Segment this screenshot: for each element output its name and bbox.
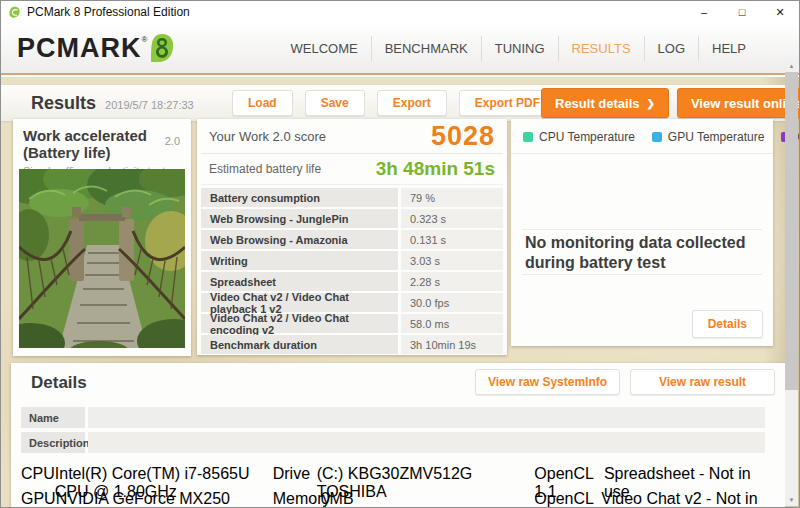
view-raw-systeminfo-button[interactable]: View raw SystemInfo xyxy=(475,369,620,395)
main-nav: WELCOME BENCHMARK TUNING RESULTS LOG HEL… xyxy=(277,36,759,61)
window-title: PCMark 8 Professional Edition xyxy=(27,5,190,19)
nav-tuning[interactable]: TUNING xyxy=(481,36,558,61)
nav-welcome[interactable]: WELCOME xyxy=(277,36,370,61)
export-button[interactable]: Export xyxy=(377,90,447,116)
name-value[interactable] xyxy=(88,407,765,428)
results-title: Results xyxy=(31,93,96,114)
registered-mark: ® xyxy=(142,35,148,44)
name-label: Name xyxy=(21,407,85,428)
test-title-line2: (Battery life) xyxy=(21,144,183,161)
chevron-right-icon: ❯ xyxy=(647,98,655,109)
bridge-photo xyxy=(19,169,185,348)
app-icon xyxy=(8,6,21,19)
legend-gpu-temperature: GPU Temperature xyxy=(652,130,765,144)
table-row: Web Browsing - Amazonia0.131 s xyxy=(201,230,503,249)
spec-row-drive: Drive(C:) KBG30ZMV512G TOSHIBA xyxy=(273,465,528,486)
view-result-online-button[interactable]: View result online ❯ xyxy=(677,88,800,118)
name-field-row: Name xyxy=(21,407,765,428)
monitoring-card: CPU Temperature GPU Temperature CPU Cloc… xyxy=(511,119,773,346)
table-row: Writing3.03 s xyxy=(201,251,503,270)
close-icon[interactable]: ✕ xyxy=(761,1,799,23)
nav-log[interactable]: LOG xyxy=(644,36,698,61)
load-button[interactable]: Load xyxy=(232,90,293,116)
score-card: Your Work 2.0 score 5028 Estimated batte… xyxy=(197,119,507,355)
table-row: Video Chat v2 / Video Chat encoding v258… xyxy=(201,314,503,333)
table-row: Benchmark duration3h 10min 19s xyxy=(201,335,503,354)
cpu-temperature-swatch xyxy=(523,132,533,142)
spec-row-opencl-1: OpenCL 1.1Spreadsheet - Not in use xyxy=(534,465,775,486)
description-label: Description xyxy=(21,432,85,453)
app-window: PCMark 8 Professional Edition – □ ✕ PCMA… xyxy=(0,0,800,508)
nav-benchmark[interactable]: BENCHMARK xyxy=(371,36,481,61)
monitor-legend: CPU Temperature GPU Temperature CPU Cloc… xyxy=(511,119,773,154)
titlebar: PCMark 8 Professional Edition – □ ✕ xyxy=(1,1,799,23)
score-table: Battery consumption79 % Web Browsing - J… xyxy=(201,188,503,354)
view-raw-result-button[interactable]: View raw result xyxy=(630,369,775,395)
vertical-scrollbar[interactable]: ▲ ▼ xyxy=(785,59,798,506)
gpu-temperature-swatch xyxy=(652,132,662,142)
scroll-down-icon[interactable]: ▼ xyxy=(785,493,798,506)
table-row: Video Chat v2 / Video Chat playback 1 v2… xyxy=(201,293,503,312)
battery-life-label: Estimated battery life xyxy=(209,162,321,176)
scroll-up-icon[interactable]: ▲ xyxy=(785,59,798,72)
minimize-icon[interactable]: – xyxy=(685,1,723,23)
chart-gridline xyxy=(522,274,762,275)
description-value[interactable] xyxy=(88,432,765,453)
monitor-details-button[interactable]: Details xyxy=(692,310,763,338)
result-details-button[interactable]: Result details ❯ xyxy=(541,88,669,118)
logo-eight-leaf-icon xyxy=(149,33,175,63)
spec-row-opencl-2: OpenCL 1.1Video Chat v2 - Not in use xyxy=(534,490,775,508)
chart-gridline xyxy=(522,229,762,230)
table-row: Battery consumption79 % xyxy=(201,188,503,207)
battery-life-value: 3h 48min 51s xyxy=(376,158,495,180)
nav-results[interactable]: RESULTS xyxy=(558,36,644,61)
logo-text: PCMARK xyxy=(17,33,142,64)
table-row: Spreadsheet2.28 s xyxy=(201,272,503,291)
description-field-row: Description xyxy=(21,432,765,453)
scrollbar-thumb[interactable] xyxy=(785,72,798,390)
spec-row-memory: Memory0MB xyxy=(273,490,528,508)
no-monitoring-data-message: No monitoring data collected during batt… xyxy=(525,233,777,273)
spec-row-gpu1: GPUNVIDIA GeForce MX250 (25.21.14.1735) xyxy=(21,490,266,508)
content-area: Results 2019/5/7 18:27:33 Load Save Expo… xyxy=(1,77,799,507)
navbar: PCMARK ® WELCOME BENCHMARK TUNING RESULT… xyxy=(1,23,799,75)
save-button[interactable]: Save xyxy=(305,90,365,116)
details-panel: Details View raw SystemInfo View raw res… xyxy=(11,363,785,508)
results-toolbar: Results 2019/5/7 18:27:33 Load Save Expo… xyxy=(1,85,786,121)
maximize-icon[interactable]: □ xyxy=(723,1,761,23)
test-card: 2.0 Work accelerated (Battery life) Simp… xyxy=(13,119,191,356)
score-label: Your Work 2.0 score xyxy=(209,129,326,144)
spec-row-cpu: CPUIntel(R) Core(TM) i7-8565U CPU @ 1.80… xyxy=(21,465,266,486)
system-specs: CPUIntel(R) Core(TM) i7-8565U CPU @ 1.80… xyxy=(21,465,775,508)
score-value: 5028 xyxy=(431,121,495,152)
pcmark-logo: PCMARK ® xyxy=(17,33,175,64)
test-version: 2.0 xyxy=(165,135,180,147)
table-row: Web Browsing - JunglePin0.323 s xyxy=(201,209,503,228)
nav-help[interactable]: HELP xyxy=(698,36,759,61)
result-timestamp: 2019/5/7 18:27:33 xyxy=(105,99,194,111)
test-title-line1: Work accelerated xyxy=(21,127,183,144)
legend-cpu-temperature: CPU Temperature xyxy=(523,130,635,144)
